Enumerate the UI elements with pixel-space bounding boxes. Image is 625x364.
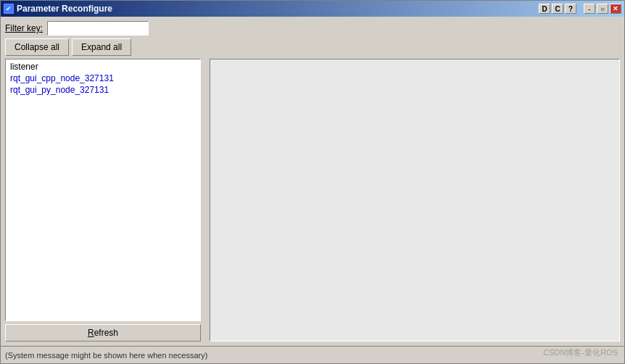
status-message: (System message might be shown here when… [5,351,207,360]
tree-view[interactable]: listener rqt_gui_cpp_node_327131 rqt_gui… [5,59,201,321]
restore-icon: ○ [600,5,605,13]
window-icon: ✔ [4,4,14,14]
button-row: Collapse all Expand all [5,38,620,56]
d-button[interactable]: D [539,4,550,14]
filter-label: Filter key: [5,23,43,33]
window-content: Filter key: Collapse all Expand all list… [1,17,624,346]
watermark: CSDN博客-量化ROS [543,347,618,358]
help-button[interactable]: ? [565,4,576,14]
window-title: Parameter Reconfigure [17,4,112,14]
main-area: listener rqt_gui_cpp_node_327131 rqt_gui… [5,59,620,342]
splitter[interactable] [204,59,207,342]
left-panel: listener rqt_gui_cpp_node_327131 rqt_gui… [5,59,201,342]
refresh-button[interactable]: Refresh [5,324,201,342]
main-window: ✔ Parameter Reconfigure D C ? - ○ ✕ Filt… [0,0,625,364]
filter-label-text: ilter key: [10,23,43,33]
refresh-underline: R [88,328,94,338]
refresh-text: efresh [94,328,118,338]
title-controls: D C ? - ○ ✕ [539,4,621,14]
title-bar-left: ✔ Parameter Reconfigure [4,4,112,14]
close-button[interactable]: ✕ [610,4,621,14]
cursor-button[interactable]: C [552,4,563,14]
expand-all-button[interactable]: Expand all [72,38,131,56]
status-bar: (System message might be shown here when… [1,346,624,363]
restore-button[interactable]: ○ [597,4,608,14]
collapse-all-button[interactable]: Collapse all [5,38,69,56]
tree-item-py-node[interactable]: rqt_gui_py_node_327131 [7,84,199,96]
right-panel [210,59,620,342]
minimize-button[interactable]: - [584,4,595,14]
title-bar: ✔ Parameter Reconfigure D C ? - ○ ✕ [1,1,624,17]
filter-row: Filter key: [5,21,620,36]
filter-input[interactable] [47,21,149,36]
tree-item-cpp-node[interactable]: rqt_gui_cpp_node_327131 [7,73,199,84]
tree-item-listener[interactable]: listener [7,61,199,73]
